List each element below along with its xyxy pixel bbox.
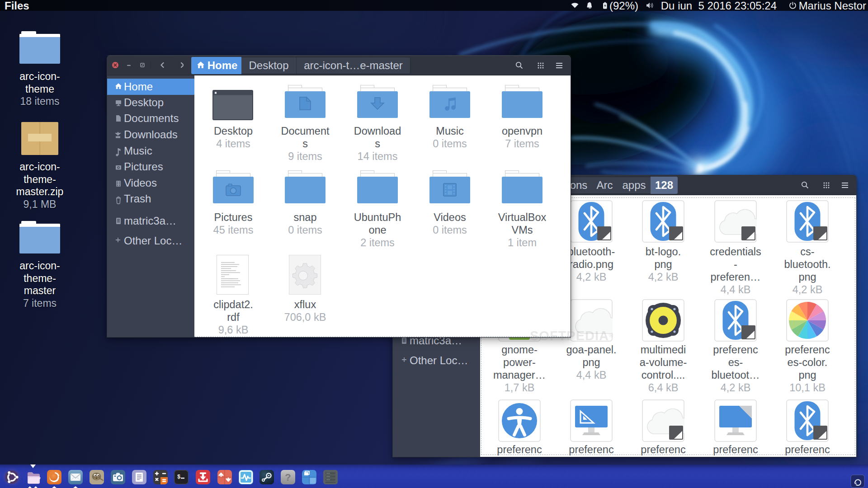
svg-text:?: ? [285,472,291,483]
svg-text:$: $ [177,474,180,480]
